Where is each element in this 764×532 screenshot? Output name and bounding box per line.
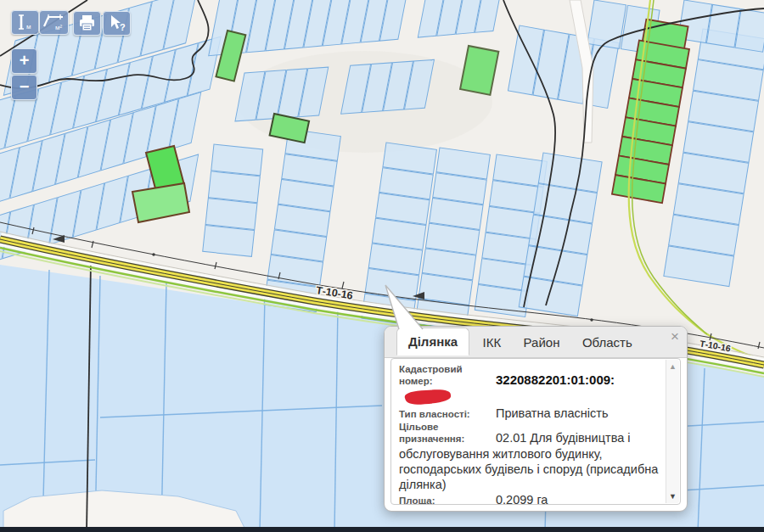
popup-tabs: Ділянка ІКК Район Область × bbox=[385, 327, 687, 358]
print-button[interactable] bbox=[73, 11, 101, 36]
svg-text:?: ? bbox=[120, 22, 126, 32]
popup-scrollbar[interactable]: ▲ ▼ bbox=[666, 360, 679, 503]
svg-text:м: м bbox=[26, 23, 31, 31]
tab-ikk[interactable]: ІКК bbox=[474, 328, 511, 355]
popup-content: Кадастровий номер:3220882201:01:009: Тип… bbox=[399, 363, 663, 501]
field-label: Цільове призначення: bbox=[399, 421, 496, 445]
area-value: 0.2099 га bbox=[496, 493, 548, 505]
cadastral-number-value: 3220882201:01:009: bbox=[496, 372, 615, 387]
tab-rayon[interactable]: Район bbox=[514, 328, 570, 355]
parcel-popup: Ділянка ІКК Район Область × Кадастровий … bbox=[384, 326, 688, 512]
svg-text:м²: м² bbox=[55, 24, 63, 31]
measure-area-button[interactable]: м² bbox=[39, 10, 69, 35]
zoom-out-button[interactable]: − bbox=[11, 75, 37, 100]
identify-button[interactable]: ? bbox=[103, 11, 131, 36]
cursor-help-icon: ? bbox=[104, 12, 130, 35]
ownership-value: Приватна власність bbox=[496, 406, 608, 420]
close-icon[interactable]: × bbox=[671, 329, 679, 344]
scroll-down-icon[interactable]: ▼ bbox=[666, 492, 679, 501]
tab-oblast[interactable]: Область bbox=[573, 328, 642, 355]
field-row: Кадастровий номер:3220882201:01:009: bbox=[399, 363, 663, 406]
field-label: Площа: bbox=[399, 495, 496, 505]
field-row: Площа:0.2099 га bbox=[399, 492, 663, 505]
field-label: Тип власності: bbox=[399, 408, 496, 420]
zoom-in-button[interactable]: + bbox=[11, 48, 37, 74]
popup-tail bbox=[374, 282, 433, 331]
printer-icon bbox=[74, 12, 100, 35]
field-row: Тип власності:Приватна власність bbox=[399, 406, 663, 421]
redaction-scribble bbox=[401, 389, 453, 405]
field-row: Цільове призначення:02.01 Для будівництв… bbox=[399, 421, 663, 493]
bottom-bar bbox=[0, 527, 764, 532]
tab-dilyanka[interactable]: Ділянка bbox=[396, 328, 469, 356]
area-icon: м² bbox=[40, 11, 68, 34]
popup-body: Кадастровий номер:3220882201:01:009: Тип… bbox=[390, 358, 681, 505]
ruler-icon: м bbox=[12, 11, 38, 34]
field-label: Кадастровий номер: bbox=[399, 363, 496, 388]
measure-length-button[interactable]: м bbox=[11, 10, 39, 35]
scroll-up-icon[interactable]: ▲ bbox=[666, 362, 679, 371]
map-canvas[interactable]: Т-10-16 Т-10-16 м м² bbox=[0, 0, 764, 532]
